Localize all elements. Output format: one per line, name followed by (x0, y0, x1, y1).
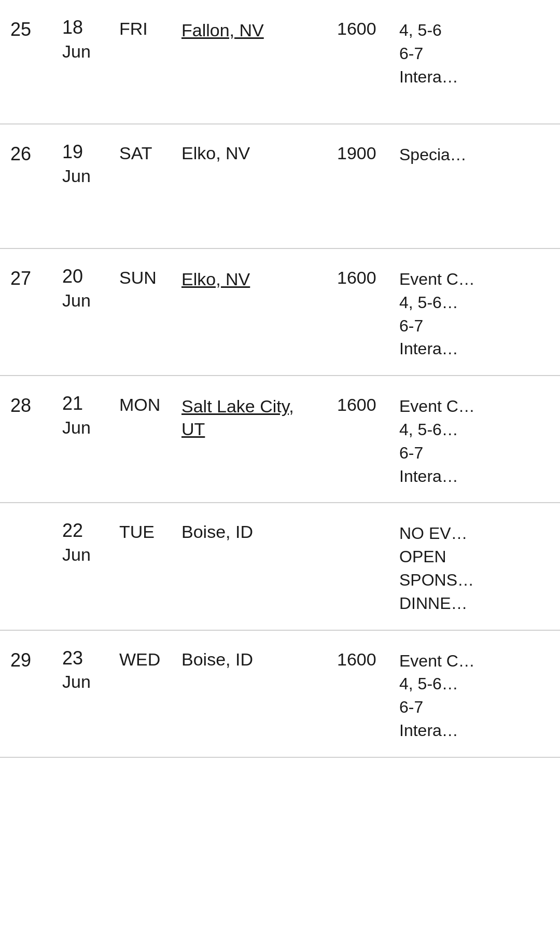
row-date: 20 Jun (52, 249, 109, 375)
row-time (327, 503, 389, 629)
row-date: 19 Jun (52, 124, 109, 248)
row-time: 1600 (327, 631, 389, 757)
row-location: Boise, ID (171, 503, 327, 629)
row-location[interactable]: Elko, NV (171, 249, 327, 375)
row-number: 28 (0, 376, 52, 502)
location-link[interactable]: Fallon, NV (181, 19, 264, 41)
row-notes: Event C… 4, 5-6… 6-7 Intera… (389, 631, 560, 757)
row-location: Elko, NV (171, 124, 327, 248)
row-notes: 4, 5-6 6-7 Intera… (389, 0, 560, 123)
row-date: 23 Jun (52, 631, 109, 757)
row-location[interactable]: Fallon, NV (171, 0, 327, 123)
row-number: 27 (0, 249, 52, 375)
row-dow: TUE (109, 503, 171, 629)
schedule-table: 25 18 Jun FRI Fallon, NV 1600 4, 5-6 6-7… (0, 0, 560, 758)
row-notes: Event C… 4, 5-6… 6-7 Intera… (389, 376, 560, 502)
location-link[interactable]: Salt Lake City, UT (181, 395, 316, 440)
table-row: 26 19 Jun SAT Elko, NV 1900 Specia… (0, 124, 560, 249)
table-row: 27 20 Jun SUN Elko, NV 1600 Event C… 4, … (0, 249, 560, 376)
row-dow: WED (109, 631, 171, 757)
row-date: 22 Jun (52, 503, 109, 629)
row-dow: FRI (109, 0, 171, 123)
row-number: 26 (0, 124, 52, 248)
row-dow: SUN (109, 249, 171, 375)
location-link[interactable]: Elko, NV (181, 268, 250, 290)
row-time: 1900 (327, 124, 389, 248)
row-time: 1600 (327, 249, 389, 375)
row-dow: SAT (109, 124, 171, 248)
row-date: 21 Jun (52, 376, 109, 502)
table-row: 28 21 Jun MON Salt Lake City, UT 1600 Ev… (0, 376, 560, 503)
table-row: 29 23 Jun WED Boise, ID 1600 Event C… 4,… (0, 631, 560, 758)
row-date: 18 Jun (52, 0, 109, 123)
row-location: Boise, ID (171, 631, 327, 757)
row-notes: NO EV… OPEN SPONS… DINNE… (389, 503, 560, 629)
table-row: 22 Jun TUE Boise, ID NO EV… OPEN SPONS… … (0, 503, 560, 630)
row-notes: Event C… 4, 5-6… 6-7 Intera… (389, 249, 560, 375)
row-dow: MON (109, 376, 171, 502)
row-time: 1600 (327, 376, 389, 502)
row-notes: Specia… (389, 124, 560, 248)
row-number (0, 503, 52, 629)
row-location[interactable]: Salt Lake City, UT (171, 376, 327, 502)
row-time: 1600 (327, 0, 389, 123)
row-number: 25 (0, 0, 52, 123)
row-number: 29 (0, 631, 52, 757)
table-row: 25 18 Jun FRI Fallon, NV 1600 4, 5-6 6-7… (0, 0, 560, 124)
